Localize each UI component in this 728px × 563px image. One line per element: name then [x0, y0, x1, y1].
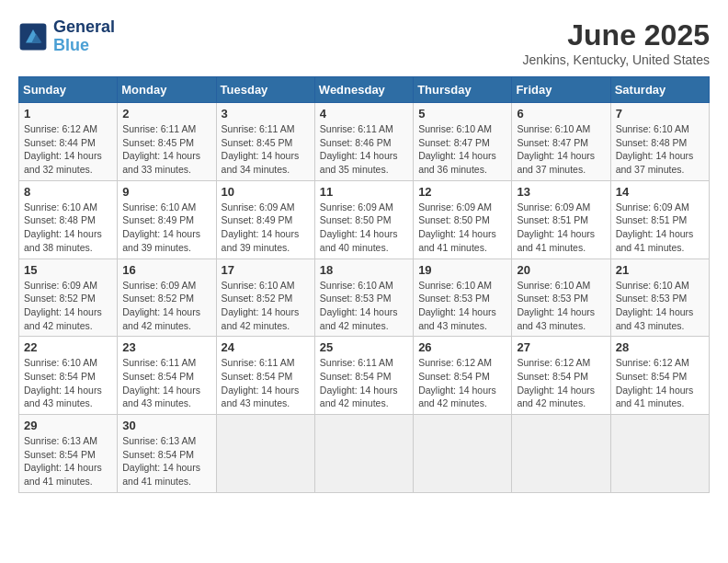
day-info: Sunrise: 6:11 AMSunset: 8:54 PMDaylight:… [122, 356, 210, 410]
table-row: 18Sunrise: 6:10 AMSunset: 8:53 PMDayligh… [314, 259, 413, 337]
day-number: 14 [616, 185, 704, 199]
table-row: 11Sunrise: 6:09 AMSunset: 8:50 PMDayligh… [314, 180, 413, 259]
table-row: 9Sunrise: 6:10 AMSunset: 8:49 PMDaylight… [118, 180, 216, 259]
table-row [314, 415, 413, 493]
logo-line1: General [53, 18, 115, 37]
day-number: 28 [616, 340, 704, 354]
table-row: 28Sunrise: 6:12 AMSunset: 8:54 PMDayligh… [610, 337, 709, 415]
day-number: 11 [320, 185, 408, 199]
table-row: 6Sunrise: 6:10 AMSunset: 8:47 PMDaylight… [512, 103, 610, 181]
day-info: Sunrise: 6:09 AMSunset: 8:52 PMDaylight:… [122, 279, 210, 333]
day-info: Sunrise: 6:12 AMSunset: 8:54 PMDaylight:… [418, 356, 506, 410]
day-info: Sunrise: 6:10 AMSunset: 8:53 PMDaylight:… [616, 279, 704, 333]
day-info: Sunrise: 6:11 AMSunset: 8:54 PMDaylight:… [320, 356, 408, 410]
calendar-row: 15Sunrise: 6:09 AMSunset: 8:52 PMDayligh… [19, 259, 710, 337]
calendar-row: 29Sunrise: 6:13 AMSunset: 8:54 PMDayligh… [19, 415, 710, 493]
day-number: 13 [517, 185, 605, 199]
day-info: Sunrise: 6:09 AMSunset: 8:51 PMDaylight:… [517, 201, 605, 255]
day-number: 29 [24, 419, 112, 432]
day-info: Sunrise: 6:12 AMSunset: 8:44 PMDaylight:… [24, 122, 112, 177]
day-info: Sunrise: 6:10 AMSunset: 8:48 PMDaylight:… [616, 122, 704, 177]
header-wednesday: Wednesday [314, 77, 413, 103]
table-row [216, 415, 314, 493]
calendar-row: 1Sunrise: 6:12 AMSunset: 8:44 PMDaylight… [19, 103, 710, 181]
day-number: 17 [222, 263, 310, 277]
day-info: Sunrise: 6:09 AMSunset: 8:49 PMDaylight:… [222, 201, 310, 255]
table-row: 29Sunrise: 6:13 AMSunset: 8:54 PMDayligh… [19, 415, 118, 493]
header-thursday: Thursday [414, 77, 512, 103]
table-row: 25Sunrise: 6:11 AMSunset: 8:54 PMDayligh… [314, 337, 413, 415]
weekday-header-row: Sunday Monday Tuesday Wednesday Thursday… [19, 77, 710, 103]
day-number: 27 [517, 340, 605, 354]
day-info: Sunrise: 6:10 AMSunset: 8:53 PMDaylight:… [418, 279, 506, 333]
table-row: 19Sunrise: 6:10 AMSunset: 8:53 PMDayligh… [414, 259, 512, 337]
table-row [512, 415, 610, 493]
table-row: 24Sunrise: 6:11 AMSunset: 8:54 PMDayligh… [216, 337, 314, 415]
table-row: 14Sunrise: 6:09 AMSunset: 8:51 PMDayligh… [610, 180, 709, 259]
day-number: 26 [418, 340, 506, 354]
page-header: General Blue June 2025 Jenkins, Kentucky… [18, 18, 710, 67]
day-info: Sunrise: 6:13 AMSunset: 8:54 PMDaylight:… [122, 434, 210, 488]
day-info: Sunrise: 6:10 AMSunset: 8:47 PMDaylight:… [517, 122, 605, 177]
title-block: June 2025 Jenkins, Kentucky, United Stat… [522, 18, 710, 67]
table-row: 12Sunrise: 6:09 AMSunset: 8:50 PMDayligh… [414, 180, 512, 259]
table-row: 15Sunrise: 6:09 AMSunset: 8:52 PMDayligh… [19, 259, 118, 337]
table-row: 17Sunrise: 6:10 AMSunset: 8:52 PMDayligh… [216, 259, 314, 337]
day-info: Sunrise: 6:09 AMSunset: 8:52 PMDaylight:… [24, 279, 112, 333]
table-row: 4Sunrise: 6:11 AMSunset: 8:46 PMDaylight… [314, 103, 413, 181]
day-info: Sunrise: 6:13 AMSunset: 8:54 PMDaylight:… [24, 434, 112, 488]
header-friday: Friday [512, 77, 610, 103]
day-info: Sunrise: 6:11 AMSunset: 8:45 PMDaylight:… [222, 122, 310, 177]
day-info: Sunrise: 6:09 AMSunset: 8:50 PMDaylight:… [320, 201, 408, 255]
calendar-table: Sunday Monday Tuesday Wednesday Thursday… [18, 76, 710, 493]
table-row: 2Sunrise: 6:11 AMSunset: 8:45 PMDaylight… [118, 103, 216, 181]
day-info: Sunrise: 6:10 AMSunset: 8:49 PMDaylight:… [122, 201, 210, 255]
day-number: 1 [24, 107, 112, 121]
day-info: Sunrise: 6:10 AMSunset: 8:52 PMDaylight:… [222, 279, 310, 333]
day-info: Sunrise: 6:10 AMSunset: 8:53 PMDaylight:… [517, 279, 605, 333]
day-number: 21 [616, 263, 704, 277]
table-row: 23Sunrise: 6:11 AMSunset: 8:54 PMDayligh… [118, 337, 216, 415]
day-number: 24 [222, 340, 310, 354]
day-info: Sunrise: 6:10 AMSunset: 8:48 PMDaylight:… [24, 201, 112, 255]
calendar-row: 22Sunrise: 6:10 AMSunset: 8:54 PMDayligh… [19, 337, 710, 415]
day-number: 3 [222, 107, 310, 121]
day-number: 25 [320, 340, 408, 354]
day-number: 9 [122, 185, 210, 199]
day-number: 22 [24, 340, 112, 354]
header-monday: Monday [118, 77, 216, 103]
day-info: Sunrise: 6:10 AMSunset: 8:53 PMDaylight:… [320, 279, 408, 333]
table-row: 21Sunrise: 6:10 AMSunset: 8:53 PMDayligh… [610, 259, 709, 337]
day-number: 23 [122, 340, 210, 354]
day-number: 18 [320, 263, 408, 277]
table-row [610, 415, 709, 493]
day-info: Sunrise: 6:11 AMSunset: 8:45 PMDaylight:… [122, 122, 210, 177]
table-row: 13Sunrise: 6:09 AMSunset: 8:51 PMDayligh… [512, 180, 610, 259]
location: Jenkins, Kentucky, United States [522, 52, 710, 67]
day-info: Sunrise: 6:12 AMSunset: 8:54 PMDaylight:… [616, 356, 704, 410]
logo: General Blue [18, 18, 115, 55]
day-number: 2 [122, 107, 210, 121]
header-tuesday: Tuesday [216, 77, 314, 103]
logo-text: General Blue [53, 18, 115, 55]
day-info: Sunrise: 6:12 AMSunset: 8:54 PMDaylight:… [517, 356, 605, 410]
day-info: Sunrise: 6:11 AMSunset: 8:46 PMDaylight:… [320, 122, 408, 177]
day-number: 7 [616, 107, 704, 121]
table-row: 16Sunrise: 6:09 AMSunset: 8:52 PMDayligh… [118, 259, 216, 337]
table-row: 22Sunrise: 6:10 AMSunset: 8:54 PMDayligh… [19, 337, 118, 415]
table-row: 30Sunrise: 6:13 AMSunset: 8:54 PMDayligh… [118, 415, 216, 493]
table-row: 7Sunrise: 6:10 AMSunset: 8:48 PMDaylight… [610, 103, 709, 181]
day-number: 30 [122, 419, 210, 432]
day-number: 10 [222, 185, 310, 199]
table-row: 27Sunrise: 6:12 AMSunset: 8:54 PMDayligh… [512, 337, 610, 415]
table-row: 10Sunrise: 6:09 AMSunset: 8:49 PMDayligh… [216, 180, 314, 259]
calendar-row: 8Sunrise: 6:10 AMSunset: 8:48 PMDaylight… [19, 180, 710, 259]
day-info: Sunrise: 6:10 AMSunset: 8:47 PMDaylight:… [418, 122, 506, 177]
day-number: 4 [320, 107, 408, 121]
day-number: 8 [24, 185, 112, 199]
day-info: Sunrise: 6:11 AMSunset: 8:54 PMDaylight:… [222, 356, 310, 410]
day-number: 16 [122, 263, 210, 277]
day-info: Sunrise: 6:10 AMSunset: 8:54 PMDaylight:… [24, 356, 112, 410]
header-saturday: Saturday [610, 77, 709, 103]
table-row [414, 415, 512, 493]
